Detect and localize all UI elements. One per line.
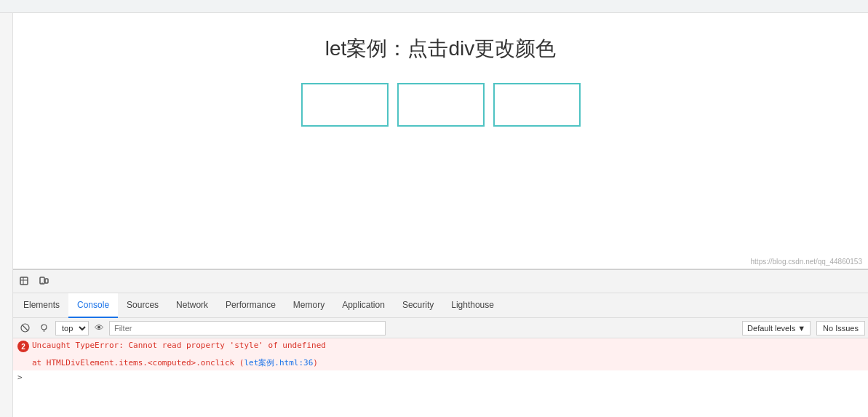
devtools-panel: Elements Console Sources Network Perform… — [13, 269, 868, 417]
tab-sources[interactable]: Sources — [118, 293, 167, 318]
console-toolbar: top 👁 Default levels ▼ No Issues — [13, 318, 868, 338]
tab-application[interactable]: Application — [333, 293, 394, 318]
error-message: Uncaught TypeError: Cannot read property… — [32, 341, 326, 350]
svg-line-7 — [23, 325, 28, 330]
devtools-top-toolbar — [13, 270, 868, 293]
tab-lighthouse[interactable]: Lighthouse — [442, 293, 503, 318]
devtools-device-button[interactable] — [35, 273, 52, 290]
console-context-select[interactable]: top — [55, 321, 89, 335]
error-location-link[interactable]: let案例.html:36 — [244, 358, 313, 368]
svg-point-8 — [41, 325, 47, 330]
console-filter-input[interactable] — [109, 321, 386, 335]
page-content-area: let案例：点击div更改颜色 https://blog.csdn.net/qq… — [13, 13, 868, 269]
watermark: https://blog.csdn.net/qq_44860153 — [751, 258, 862, 266]
console-eye-button[interactable]: 👁 — [92, 321, 106, 335]
devtools-inspect-button[interactable] — [16, 273, 33, 290]
page-title: let案例：点击div更改颜色 — [325, 35, 556, 63]
tab-network[interactable]: Network — [167, 293, 217, 318]
error-line-1[interactable]: 2 Uncaught TypeError: Cannot read proper… — [13, 338, 868, 354]
svg-rect-4 — [45, 279, 48, 283]
svg-rect-0 — [20, 277, 28, 285]
svg-point-5 — [41, 282, 43, 284]
color-box-2[interactable] — [397, 83, 485, 127]
browser-top-bar — [0, 0, 868, 13]
console-output: 2 Uncaught TypeError: Cannot read proper… — [13, 338, 868, 417]
color-boxes-container — [301, 83, 581, 127]
console-filter-button[interactable] — [35, 319, 52, 337]
devtools-tabs-bar: Elements Console Sources Network Perform… — [13, 293, 868, 318]
tab-memory[interactable]: Memory — [284, 293, 333, 318]
tab-console[interactable]: Console — [68, 293, 118, 318]
default-levels-button[interactable]: Default levels ▼ — [742, 321, 811, 335]
color-box-1[interactable] — [301, 83, 389, 127]
tab-performance[interactable]: Performance — [217, 293, 284, 318]
left-sidebar — [0, 13, 13, 417]
error-count-badge: 2 — [17, 341, 29, 352]
console-clear-button[interactable] — [16, 319, 33, 337]
color-box-3[interactable] — [493, 83, 581, 127]
no-issues-button[interactable]: No Issues — [816, 321, 865, 335]
tab-elements[interactable]: Elements — [15, 293, 68, 318]
console-prompt-row: > — [13, 370, 868, 384]
tab-security[interactable]: Security — [394, 293, 442, 318]
error-subline-1: at HTMLDivElement.items.<computed>.oncli… — [13, 354, 868, 370]
